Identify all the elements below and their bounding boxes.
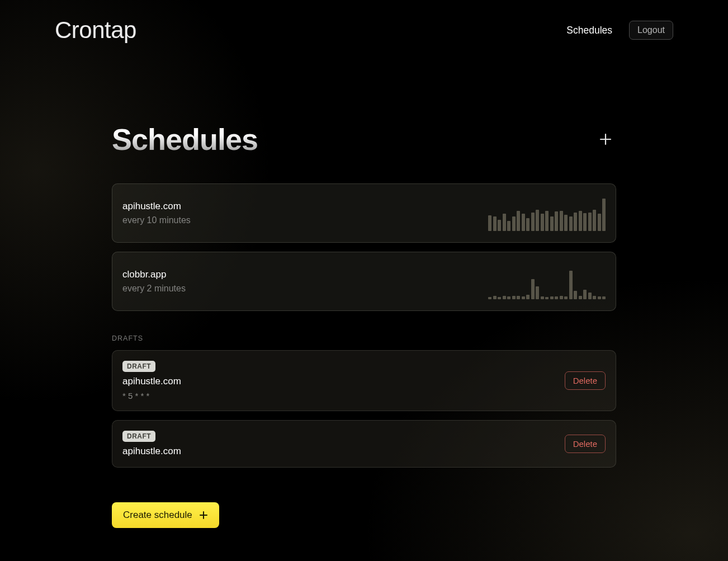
draft-info: DRAFTapihustle.com* 5 * * * bbox=[122, 361, 181, 400]
spark-bar bbox=[555, 296, 558, 299]
schedule-frequency: every 10 minutes bbox=[122, 215, 191, 225]
schedules-list: apihustle.comevery 10 minutesclobbr.appe… bbox=[112, 183, 616, 311]
draft-info: DRAFTapihustle.com bbox=[122, 431, 181, 457]
schedule-info: clobbr.appevery 2 minutes bbox=[122, 269, 186, 294]
spark-bar bbox=[522, 296, 525, 299]
spark-bar bbox=[602, 199, 606, 231]
spark-bar bbox=[531, 279, 535, 299]
nav: Schedules Logout bbox=[566, 21, 673, 40]
schedule-name: clobbr.app bbox=[122, 269, 186, 280]
spark-bar bbox=[550, 296, 554, 299]
spark-bar bbox=[598, 214, 601, 231]
spark-bar bbox=[517, 211, 520, 231]
spark-bar bbox=[488, 215, 491, 231]
spark-bar bbox=[536, 210, 539, 231]
spark-bar bbox=[588, 293, 592, 299]
spark-bar bbox=[488, 297, 491, 299]
draft-badge: DRAFT bbox=[122, 431, 155, 442]
spark-bar bbox=[541, 214, 544, 231]
spark-bar bbox=[588, 213, 592, 231]
schedule-card[interactable]: apihustle.comevery 10 minutes bbox=[112, 183, 616, 243]
spark-bar bbox=[531, 213, 535, 231]
draft-card[interactable]: DRAFTapihustle.comDelete bbox=[112, 420, 616, 468]
spark-bar bbox=[507, 221, 510, 231]
spark-bar bbox=[593, 296, 596, 299]
spark-bar bbox=[517, 296, 520, 299]
spark-bar bbox=[503, 214, 506, 231]
spark-bar bbox=[579, 211, 582, 231]
spark-bar bbox=[545, 211, 549, 231]
spark-bar bbox=[583, 290, 587, 299]
draft-card[interactable]: DRAFTapihustle.com* 5 * * *Delete bbox=[112, 350, 616, 411]
spark-bar bbox=[503, 296, 506, 299]
create-schedule-button[interactable]: Create schedule bbox=[112, 502, 219, 528]
spark-bar bbox=[493, 216, 497, 231]
page-title: Schedules bbox=[112, 122, 258, 157]
spark-bar bbox=[564, 296, 568, 299]
spark-bar bbox=[541, 296, 544, 299]
spark-bar bbox=[512, 296, 516, 299]
spark-bar bbox=[507, 296, 510, 299]
spark-bar bbox=[493, 296, 497, 299]
draft-name: apihustle.com bbox=[122, 376, 181, 387]
spark-bar bbox=[574, 291, 577, 299]
spark-bar bbox=[569, 271, 573, 299]
spark-bar bbox=[583, 213, 587, 231]
app-logo[interactable]: Crontap bbox=[55, 17, 136, 44]
draft-name: apihustle.com bbox=[122, 446, 181, 457]
activity-sparkline bbox=[488, 263, 606, 299]
spark-bar bbox=[522, 214, 525, 231]
spark-bar bbox=[564, 215, 568, 231]
nav-schedules-link[interactable]: Schedules bbox=[566, 25, 612, 36]
drafts-list: DRAFTapihustle.com* 5 * * *DeleteDRAFTap… bbox=[112, 350, 616, 468]
spark-bar bbox=[536, 286, 539, 299]
spark-bar bbox=[498, 297, 501, 299]
draft-badge: DRAFT bbox=[122, 361, 155, 372]
delete-draft-button[interactable]: Delete bbox=[565, 371, 606, 390]
spark-bar bbox=[560, 296, 563, 299]
title-row: Schedules bbox=[112, 122, 616, 157]
spark-bar bbox=[579, 296, 582, 299]
header: Crontap Schedules Logout bbox=[0, 0, 728, 44]
spark-bar bbox=[545, 297, 549, 299]
main: Schedules apihustle.comevery 10 minutesc… bbox=[0, 44, 728, 528]
schedule-card[interactable]: clobbr.appevery 2 minutes bbox=[112, 252, 616, 311]
logout-button[interactable]: Logout bbox=[629, 21, 673, 40]
spark-bar bbox=[598, 296, 601, 299]
drafts-section-label: DRAFTS bbox=[112, 334, 616, 342]
spark-bar bbox=[550, 216, 554, 231]
spark-bar bbox=[593, 210, 596, 231]
spark-bar bbox=[574, 213, 577, 231]
spark-bar bbox=[569, 216, 573, 231]
add-schedule-button[interactable] bbox=[595, 129, 616, 150]
spark-bar bbox=[498, 220, 501, 231]
schedule-name: apihustle.com bbox=[122, 201, 191, 212]
spark-bar bbox=[555, 211, 558, 231]
spark-bar bbox=[512, 216, 516, 231]
plus-icon bbox=[199, 511, 208, 520]
spark-bar bbox=[560, 211, 563, 231]
schedule-info: apihustle.comevery 10 minutes bbox=[122, 201, 191, 225]
schedule-frequency: every 2 minutes bbox=[122, 284, 186, 294]
draft-cron: * 5 * * * bbox=[122, 391, 149, 400]
spark-bar bbox=[526, 218, 530, 231]
spark-bar bbox=[602, 296, 606, 299]
activity-sparkline bbox=[488, 195, 606, 231]
plus-icon bbox=[599, 133, 612, 145]
create-schedule-label: Create schedule bbox=[123, 510, 192, 521]
spark-bar bbox=[526, 295, 530, 299]
delete-draft-button[interactable]: Delete bbox=[565, 435, 606, 453]
